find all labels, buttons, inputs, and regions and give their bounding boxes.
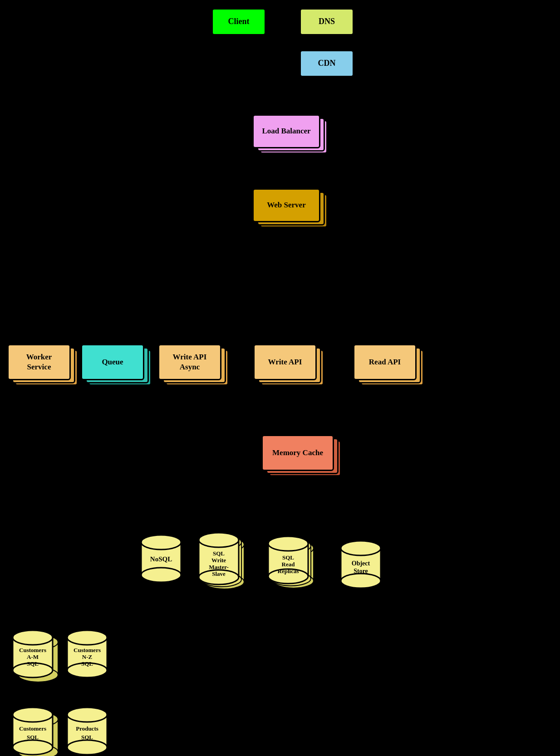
svg-text:NoSQL: NoSQL — [150, 555, 172, 563]
architecture-diagram: Client DNS CDN Load Balancer Web Server — [0, 0, 560, 756]
write-api-async-label: Write APIAsync — [173, 352, 207, 372]
cdn-label: CDN — [318, 58, 336, 69]
svg-point-78 — [67, 630, 107, 645]
customers-sql-cylinder: Customers SQL — [11, 706, 57, 756]
svg-text:Store: Store — [354, 568, 368, 574]
svg-text:Object: Object — [352, 560, 370, 567]
products-sql-cylinder: Products SQL — [66, 706, 111, 756]
svg-point-4 — [141, 568, 181, 582]
svg-text:Slave: Slave — [212, 570, 226, 577]
svg-text:A-M: A-M — [27, 653, 39, 660]
client-card: Client — [211, 8, 266, 35]
queue-card: Queue — [81, 344, 144, 380]
client-label: Client — [228, 16, 250, 27]
svg-text:SQL: SQL — [282, 554, 294, 561]
svg-text:Customers: Customers — [74, 647, 101, 653]
queue-label: Queue — [102, 357, 123, 367]
svg-point-93 — [13, 707, 53, 722]
svg-point-46 — [268, 536, 308, 551]
read-api-card: Read API — [353, 344, 417, 380]
memory-cache-label: Memory Cache — [272, 448, 323, 458]
svg-text:Master-: Master- — [209, 564, 229, 570]
svg-text:SQL: SQL — [27, 660, 39, 667]
web-server-label: Web Server — [267, 200, 305, 210]
read-api-label: Read API — [369, 357, 401, 367]
svg-point-5 — [141, 535, 181, 550]
load-balancer-card: Load Balancer — [252, 114, 320, 148]
customers-am-cylinder: Customers A-M SQL — [11, 628, 57, 681]
svg-point-55 — [341, 541, 381, 555]
svg-point-100 — [67, 740, 107, 755]
object-store-cylinder: Object Store — [339, 539, 385, 589]
dns-card: DNS — [300, 8, 354, 35]
write-api-label: Write API — [268, 357, 302, 367]
sql-read-cylinder: SQL Read Replicas — [267, 535, 312, 589]
svg-point-101 — [67, 707, 107, 722]
write-api-card: Write API — [253, 344, 317, 380]
svg-text:Customers: Customers — [19, 647, 46, 653]
svg-text:SQL: SQL — [81, 734, 93, 741]
worker-service-card: WorkerService — [7, 344, 71, 380]
svg-text:Write: Write — [211, 557, 226, 564]
svg-point-24 — [199, 533, 239, 547]
svg-text:Products: Products — [76, 725, 98, 732]
svg-text:Customers: Customers — [19, 725, 46, 732]
web-server-card: Web Server — [252, 188, 320, 222]
cdn-card: CDN — [300, 50, 354, 77]
sql-write-cylinder: SQL Write Master- Slave — [197, 531, 243, 590]
svg-text:Read: Read — [282, 561, 295, 568]
svg-point-92 — [13, 740, 53, 755]
dns-label: DNS — [319, 16, 335, 27]
customers-nz-cylinder: Customers N-Z SQL — [66, 628, 111, 681]
svg-text:N-Z: N-Z — [82, 653, 93, 660]
svg-text:SQL: SQL — [213, 550, 225, 557]
memory-cache-card: Memory Cache — [261, 435, 334, 471]
nosql-cylinder: NoSQL — [140, 533, 185, 583]
svg-point-69 — [13, 630, 53, 645]
write-api-async-card: Write APIAsync — [158, 344, 221, 380]
svg-text:Replicas: Replicas — [278, 568, 299, 574]
svg-text:SQL: SQL — [81, 660, 93, 667]
load-balancer-label: Load Balancer — [262, 126, 310, 136]
svg-point-54 — [341, 574, 381, 588]
svg-text:SQL: SQL — [27, 734, 39, 741]
worker-service-label: WorkerService — [26, 352, 52, 372]
